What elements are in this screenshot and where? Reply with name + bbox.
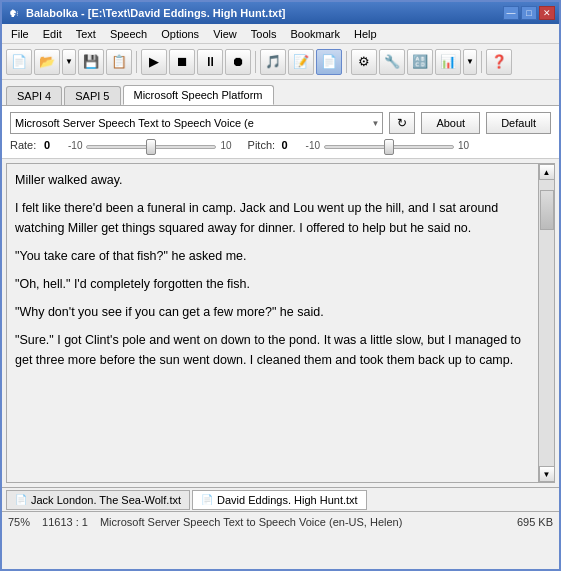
voice-selector-row: Microsoft Server Speech Text to Speech V… (10, 112, 551, 134)
tab-microsoft-speech[interactable]: Microsoft Speech Platform (123, 85, 274, 105)
pitch-max: 10 (458, 140, 469, 151)
scroll-thumb[interactable] (540, 190, 554, 230)
tools-button[interactable]: 🔧 (379, 49, 405, 75)
pause-button[interactable]: ⏸ (197, 49, 223, 75)
new-button[interactable]: 📄 (6, 49, 32, 75)
close-button[interactable]: ✕ (539, 6, 555, 20)
menu-options[interactable]: Options (154, 25, 206, 43)
menu-text[interactable]: Text (69, 25, 103, 43)
content-wrapper: Miller walked away. I felt like there'd … (6, 163, 555, 483)
rate-max: 10 (220, 140, 231, 151)
dropdown2-button[interactable]: ▼ (463, 49, 477, 75)
sliders-row: Rate: 0 -10 10 Pitch: 0 -10 (10, 138, 551, 152)
pitch-slider-thumb[interactable] (384, 139, 394, 155)
save-button[interactable]: 💾 (78, 49, 104, 75)
menu-edit[interactable]: Edit (36, 25, 69, 43)
text-content[interactable]: Miller walked away. I felt like there'd … (7, 164, 554, 384)
voice-refresh-button[interactable]: ↻ (389, 112, 415, 134)
rate-min: -10 (68, 140, 82, 151)
menu-tools[interactable]: Tools (244, 25, 284, 43)
document-tabs: 📄 Jack London. The Sea-Wolf.txt 📄 David … (2, 487, 559, 511)
active-doc-button[interactable]: 📄 (316, 49, 342, 75)
paragraph-4: "Oh, hell." I'd completely forgotten the… (15, 274, 534, 294)
toolbar-separator-4 (481, 51, 482, 73)
doc-tab-high-hunt-label: David Eddings. High Hunt.txt (217, 494, 358, 506)
menu-file[interactable]: File (4, 25, 36, 43)
font-button[interactable]: 🔠 (407, 49, 433, 75)
doc-tab-sea-wolf-label: Jack London. The Sea-Wolf.txt (31, 494, 181, 506)
voice-settings: Microsoft Server Speech Text to Speech V… (2, 106, 559, 159)
settings-button[interactable]: ⚙ (351, 49, 377, 75)
pitch-group: Pitch: 0 (248, 139, 302, 151)
status-zoom: 75% (8, 516, 30, 528)
chart-button[interactable]: 📊 (435, 49, 461, 75)
toolbar-separator-3 (346, 51, 347, 73)
vertical-scrollbar: ▲ ▼ (538, 164, 554, 482)
audio-file-button[interactable]: 🎵 (260, 49, 286, 75)
voice-default-button[interactable]: Default (486, 112, 551, 134)
app-icon: 🗣 (6, 5, 22, 21)
open-button[interactable]: 📂 (34, 49, 60, 75)
minimize-button[interactable]: — (503, 6, 519, 20)
open-dropdown-button[interactable]: ▼ (62, 49, 76, 75)
scroll-down-button[interactable]: ▼ (539, 466, 555, 482)
rate-slider-track (86, 145, 216, 149)
pitch-min: -10 (306, 140, 320, 151)
paragraph-2: I felt like there'd been a funeral in ca… (15, 198, 534, 238)
menu-help[interactable]: Help (347, 25, 384, 43)
rate-value: 0 (44, 139, 64, 151)
paragraph-5: "Why don't you see if you can get a few … (15, 302, 534, 322)
tab-sapi4[interactable]: SAPI 4 (6, 86, 62, 105)
toolbar-separator-2 (255, 51, 256, 73)
pitch-value: 0 (282, 139, 302, 151)
clipboard-button[interactable]: 📋 (106, 49, 132, 75)
paragraph-1: Miller walked away. (15, 170, 534, 190)
maximize-button[interactable]: □ (521, 6, 537, 20)
rate-slider-thumb[interactable] (146, 139, 156, 155)
scroll-track[interactable] (539, 180, 554, 466)
menu-view[interactable]: View (206, 25, 244, 43)
title-bar-buttons: — □ ✕ (503, 6, 555, 20)
toolbar: 📄 📂 ▼ 💾 📋 ▶ ⏹ ⏸ ⏺ 🎵 📝 📄 ⚙ 🔧 🔠 📊 ▼ ❓ (2, 44, 559, 80)
app-window: 🗣 Balabolka - [E:\Text\David Eddings. Hi… (0, 0, 561, 571)
paragraph-6: "Sure." I got Clint's pole and went on d… (15, 330, 534, 370)
status-voice: Microsoft Server Speech Text to Speech V… (100, 516, 505, 528)
rate-group: Rate: 0 (10, 139, 64, 151)
tab-sapi5[interactable]: SAPI 5 (64, 86, 120, 105)
doc-tab-sea-wolf[interactable]: 📄 Jack London. The Sea-Wolf.txt (6, 490, 190, 510)
doc-icon-high-hunt: 📄 (201, 494, 213, 505)
speech-tabs: SAPI 4 SAPI 5 Microsoft Speech Platform (2, 80, 559, 106)
status-position: 11613 : 1 (42, 516, 88, 528)
stop-button[interactable]: ⏹ (169, 49, 195, 75)
record-button[interactable]: ⏺ (225, 49, 251, 75)
pitch-slider-track (324, 145, 454, 149)
menu-speech[interactable]: Speech (103, 25, 154, 43)
voice-about-button[interactable]: About (421, 112, 480, 134)
toolbar-separator-1 (136, 51, 137, 73)
status-bar: 75% 11613 : 1 Microsoft Server Speech Te… (2, 511, 559, 531)
title-bar: 🗣 Balabolka - [E:\Text\David Eddings. Hi… (2, 2, 559, 24)
pitch-label: Pitch: (248, 139, 278, 151)
menu-bookmark[interactable]: Bookmark (283, 25, 347, 43)
menu-bar: File Edit Text Speech Options View Tools… (2, 24, 559, 44)
window-title: Balabolka - [E:\Text\David Eddings. High… (26, 7, 503, 19)
paragraph-3: "You take care of that fish?" he asked m… (15, 246, 534, 266)
voice-select-wrapper: Microsoft Server Speech Text to Speech V… (10, 112, 383, 134)
play-button[interactable]: ▶ (141, 49, 167, 75)
status-size: 695 KB (517, 516, 553, 528)
doc-icon-sea-wolf: 📄 (15, 494, 27, 505)
help-button[interactable]: ❓ (486, 49, 512, 75)
convert-button[interactable]: 📝 (288, 49, 314, 75)
doc-tab-high-hunt[interactable]: 📄 David Eddings. High Hunt.txt (192, 490, 367, 510)
scroll-up-button[interactable]: ▲ (539, 164, 555, 180)
voice-select[interactable]: Microsoft Server Speech Text to Speech V… (10, 112, 383, 134)
rate-label: Rate: (10, 139, 40, 151)
